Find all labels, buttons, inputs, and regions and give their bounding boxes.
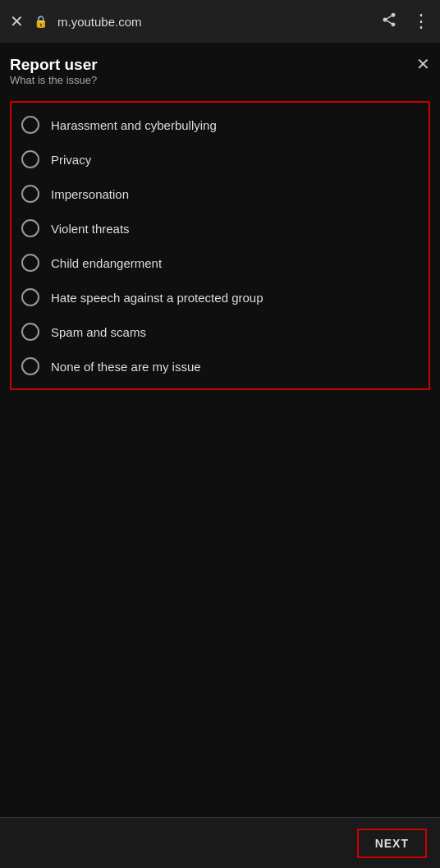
radio-circle-hate — [21, 288, 39, 306]
radio-option-child[interactable]: Child endangerment — [11, 246, 429, 280]
radio-option-hate[interactable]: Hate speech against a protected group — [11, 280, 429, 315]
option-label-hate: Hate speech against a protected group — [51, 291, 264, 305]
option-label-child: Child endangerment — [51, 256, 162, 270]
radio-circle-spam — [21, 323, 39, 341]
radio-circle-violent — [21, 219, 39, 237]
close-button[interactable]: ✕ — [416, 56, 430, 72]
report-subtitle: What is the issue? — [10, 74, 98, 86]
next-button[interactable]: NEXT — [357, 829, 427, 858]
radio-circle-impersonation — [21, 185, 39, 203]
radio-circle-harassment — [21, 116, 39, 134]
radio-option-impersonation[interactable]: Impersonation — [11, 177, 429, 211]
browser-bar: ✕ 🔒 m.youtube.com ⋮ — [0, 0, 440, 43]
radio-circle-child — [21, 254, 39, 272]
radio-option-privacy[interactable]: Privacy — [11, 142, 429, 177]
report-title: Report user — [10, 56, 98, 74]
bottom-bar: NEXT — [0, 817, 440, 868]
option-label-privacy: Privacy — [51, 153, 91, 167]
radio-circle-none — [21, 357, 39, 375]
option-label-spam: Spam and scams — [51, 325, 146, 339]
browser-close-icon[interactable]: ✕ — [10, 11, 24, 31]
options-box: Harassment and cyberbullyingPrivacyImper… — [10, 101, 430, 390]
more-menu-icon[interactable]: ⋮ — [412, 11, 430, 32]
radio-circle-privacy — [21, 150, 39, 168]
report-header: Report user What is the issue? ✕ — [10, 56, 430, 98]
radio-option-none[interactable]: None of these are my issue — [11, 349, 429, 383]
share-icon[interactable] — [381, 11, 397, 32]
option-label-violent: Violent threats — [51, 222, 130, 236]
report-title-group: Report user What is the issue? — [10, 56, 98, 98]
url-text: m.youtube.com — [57, 15, 371, 29]
option-label-impersonation: Impersonation — [51, 187, 129, 201]
browser-actions: ⋮ — [381, 11, 430, 32]
lock-icon: 🔒 — [34, 15, 48, 28]
page-content: Report user What is the issue? ✕ Harassm… — [0, 43, 440, 868]
radio-option-spam[interactable]: Spam and scams — [11, 315, 429, 349]
radio-option-harassment[interactable]: Harassment and cyberbullying — [11, 108, 429, 142]
option-label-none: None of these are my issue — [51, 360, 201, 374]
option-label-harassment: Harassment and cyberbullying — [51, 118, 217, 132]
radio-option-violent[interactable]: Violent threats — [11, 211, 429, 246]
